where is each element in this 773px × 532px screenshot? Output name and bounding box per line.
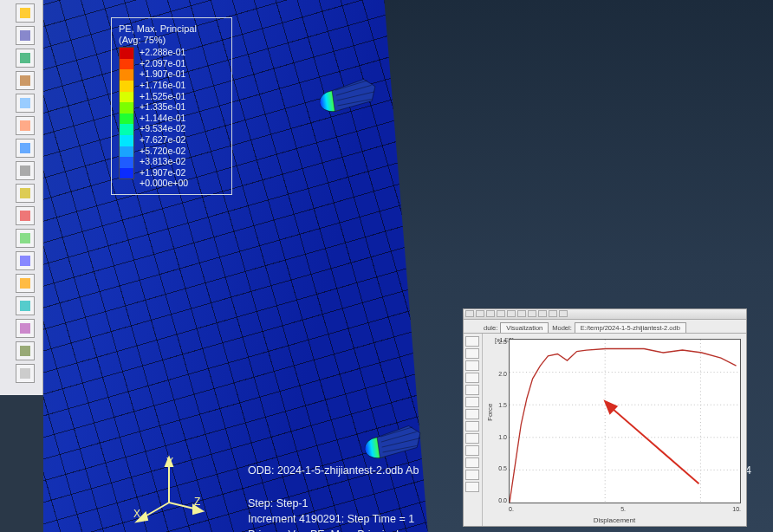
inset-side-6[interactable]	[465, 397, 479, 407]
tool-button-2[interactable]	[16, 26, 35, 45]
inset-side-toolbar	[464, 334, 483, 526]
inset-side-3[interactable]	[465, 360, 479, 371]
tool-button-13[interactable]	[16, 274, 35, 293]
legend-ticks: +2.288e-01+2.097e-01+1.907e-01+1.716e-01…	[140, 47, 188, 189]
tool-button-16[interactable]	[16, 341, 35, 360]
tool-button-11[interactable]	[16, 229, 35, 248]
y-axis-label: Force	[486, 404, 494, 421]
status-step-line: Step: Step-1	[248, 496, 419, 511]
status-primary-var-line: Primary Var: PE, Max. Principal	[248, 527, 419, 532]
tool-button-7[interactable]	[16, 139, 35, 158]
orientation-triad: Y X Z	[130, 451, 208, 529]
status-odb-line: ODB: 2024-1-5-zhijiantest-2.odb Ab	[248, 463, 419, 478]
model-selector[interactable]: E:/temp/2024-1-5-zhijiantest-2.odb	[575, 322, 686, 333]
inset-tool-2[interactable]	[476, 310, 484, 317]
inset-window[interactable]: dule: Visualization Model: E:/temp/2024-…	[463, 308, 747, 527]
inset-tool-9[interactable]	[549, 310, 557, 317]
contour-legend: PE, Max. Principal(Avg: 75%) +2.288e-01+…	[111, 17, 232, 195]
tool-button-9[interactable]	[16, 184, 35, 203]
plot-canvas	[509, 339, 741, 503]
x-ticks: 0.5.10.	[509, 506, 741, 512]
tool-button-1[interactable]	[16, 3, 35, 23]
inset-tool-6[interactable]	[517, 310, 526, 317]
x-axis-label: Displacement	[594, 516, 635, 524]
inset-tool-3[interactable]	[486, 310, 495, 317]
inset-side-7[interactable]	[465, 409, 479, 419]
tool-button-3[interactable]	[16, 49, 35, 68]
vertical-toolbar	[0, 0, 43, 395]
model-label: Model:	[549, 323, 575, 333]
tool-button-12[interactable]	[16, 251, 35, 270]
tool-button-5[interactable]	[16, 94, 35, 113]
tool-button-17[interactable]	[16, 364, 35, 383]
tool-button-6[interactable]	[16, 116, 35, 135]
inset-side-9[interactable]	[465, 433, 479, 444]
axis-y-label: Y	[166, 456, 173, 468]
svg-line-22	[610, 406, 699, 483]
inset-side-1[interactable]	[465, 336, 479, 347]
module-selector[interactable]: Visualization	[500, 322, 549, 333]
viewport-status-text: ODB: 2024-1-5-zhijiantest-2.odb Ab 024 S…	[248, 463, 419, 532]
tool-button-10[interactable]	[16, 206, 35, 225]
inset-tool-5[interactable]	[507, 310, 516, 317]
inset-side-11[interactable]	[465, 457, 479, 468]
inset-context-bar: dule: Visualization Model: E:/temp/2024-…	[464, 320, 746, 334]
y-ticks: 2.52.01.51.00.50.0	[497, 339, 507, 503]
legend-colorbar	[119, 47, 134, 179]
legend-title: PE, Max. Principal(Avg: 75%)	[119, 23, 226, 45]
inset-side-8[interactable]	[465, 421, 479, 431]
tool-button-4[interactable]	[16, 71, 35, 90]
status-increment-line: Increment 4190291: Step Time = 1	[248, 511, 419, 527]
inset-side-12[interactable]	[465, 470, 479, 480]
xy-plot-area[interactable]: [x1.E3] 2.52.01.51.00.50.0	[483, 334, 746, 526]
inset-side-2[interactable]	[465, 348, 479, 359]
inset-side-13[interactable]	[465, 482, 479, 492]
tool-button-14[interactable]	[16, 296, 35, 315]
tool-button-15[interactable]	[16, 319, 35, 338]
inset-tool-7[interactable]	[528, 310, 536, 317]
inset-tool-8[interactable]	[538, 310, 547, 317]
inset-toolbar	[464, 309, 746, 320]
inset-side-5[interactable]	[465, 385, 479, 395]
module-label: dule:	[481, 323, 500, 333]
tool-button-8[interactable]	[16, 161, 35, 180]
inset-side-4[interactable]	[465, 373, 479, 383]
axis-z-label: Z	[194, 496, 200, 508]
inset-tool-4[interactable]	[497, 310, 505, 317]
inset-tool-1[interactable]	[465, 310, 474, 317]
axis-x-label: X	[133, 508, 140, 520]
inset-tool-10[interactable]	[559, 310, 568, 317]
model-viewport[interactable]: PE, Max. Principal(Avg: 75%) +2.288e-01+…	[43, 0, 773, 532]
inset-side-10[interactable]	[465, 445, 479, 456]
